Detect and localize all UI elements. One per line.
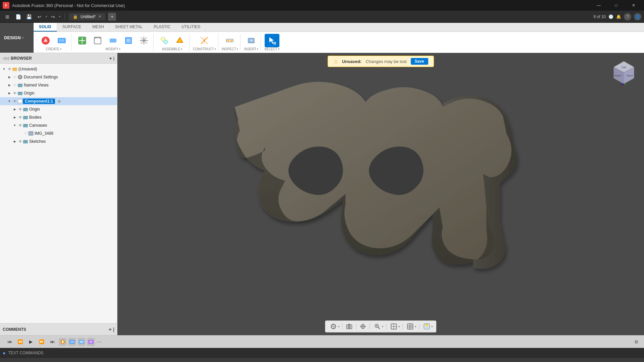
browser-pin-icon[interactable]: ●: [109, 56, 112, 61]
timeline-prev-start[interactable]: ⏮: [5, 338, 13, 346]
tree-arrow-origin-nested[interactable]: ▶: [12, 107, 17, 112]
inspect-btn-1[interactable]: [222, 34, 237, 47]
grid-menu-button[interactable]: ⊞: [3, 12, 12, 21]
ribbon-tab-plastic[interactable]: PLASTIC: [148, 23, 176, 32]
ribbon-tab-solid[interactable]: SOLID: [34, 23, 57, 32]
ribbon-tab-surface[interactable]: SURFACE: [57, 23, 87, 32]
camera-button[interactable]: [344, 322, 354, 331]
doc-tab-close[interactable]: ✕: [98, 14, 101, 19]
env-button[interactable]: ▾: [421, 322, 433, 331]
file-button[interactable]: 📄: [13, 12, 23, 21]
undo-button[interactable]: ↩: [35, 12, 44, 21]
doc-tab-untitled[interactable]: 🔒 Untitled* ✕: [69, 13, 105, 20]
ribbon-tab-mesh[interactable]: MESH: [87, 23, 110, 32]
inspect-group-label[interactable]: INSPECT ▾: [222, 47, 238, 51]
construct-group-label[interactable]: CONSTRUCT ▾: [193, 47, 216, 51]
tree-vis-unsaved[interactable]: 👁: [7, 66, 12, 72]
grid-button[interactable]: ▾: [405, 322, 417, 331]
tree-vis-named-views[interactable]: 👁: [12, 82, 17, 88]
save-button[interactable]: 💾: [24, 12, 34, 21]
tree-arrow-component1[interactable]: ▼: [7, 99, 12, 104]
create-group-label[interactable]: CREATE ▾: [46, 47, 61, 51]
comments-collapse-icon[interactable]: |: [113, 327, 114, 332]
tree-arrow-bodies[interactable]: ▶: [12, 115, 17, 120]
ribbon-tab-sheetmetal[interactable]: SHEET METAL: [110, 23, 148, 32]
timeline-more[interactable]: ⋯: [97, 339, 101, 345]
notifications-icon[interactable]: 🔔: [616, 14, 621, 19]
tree-item-unsaved[interactable]: ▼ 👁 (Unsaved): [0, 65, 117, 73]
clock-icon[interactable]: 🕐: [608, 14, 613, 19]
tree-item-img3489[interactable]: 👁 IMG_3489: [0, 129, 117, 137]
select-group-label[interactable]: SELECT ▾: [264, 47, 279, 51]
tree-item-doc-settings[interactable]: ▶ 👁 Document Settings: [0, 73, 117, 81]
redo-arrow[interactable]: ▾: [59, 15, 60, 18]
timeline-next-end[interactable]: ⏭: [48, 338, 56, 346]
orbit-button[interactable]: ▾: [328, 322, 340, 331]
timeline-icon-4[interactable]: [87, 338, 95, 346]
assemble-btn-2[interactable]: [172, 34, 187, 47]
timeline-next[interactable]: ⏩: [38, 338, 46, 346]
view-cube[interactable]: TOP RIGHT FRONT: [610, 60, 637, 86]
tree-arrow-canvases[interactable]: ▼: [12, 123, 17, 128]
modify-btn-2[interactable]: [90, 34, 105, 47]
construct-btn-1[interactable]: [197, 34, 212, 47]
maximize-button[interactable]: □: [608, 0, 624, 11]
tree-vis-bodies[interactable]: 👁: [17, 115, 23, 120]
modify-btn-5[interactable]: [137, 34, 151, 47]
browser-collapse-icon[interactable]: ◁◁: [3, 56, 9, 61]
tree-vis-sketches[interactable]: 👁: [17, 139, 23, 144]
tree-pin-component1[interactable]: ⊙: [56, 99, 62, 104]
save-button[interactable]: Save: [411, 58, 428, 65]
tree-item-origin-top[interactable]: ▶ 👁 Origin: [0, 89, 117, 97]
timeline-play[interactable]: ▶: [27, 338, 35, 346]
create-btn-2[interactable]: [54, 34, 69, 47]
tree-vis-component1[interactable]: 👁: [12, 99, 17, 104]
tree-vis-canvases[interactable]: 👁: [17, 123, 23, 128]
tree-vis-origin-nested[interactable]: 👁: [17, 107, 23, 112]
tree-item-component1[interactable]: ▼ 👁 Component1:1 ⊙: [0, 97, 117, 105]
tree-item-origin-nested[interactable]: ▶ 👁 Origin: [0, 105, 117, 113]
tree-vis-img3489[interactable]: 👁: [23, 131, 28, 136]
insert-group-label[interactable]: INSERT ▾: [244, 47, 259, 51]
display-button[interactable]: ▾: [388, 322, 400, 331]
account-icon[interactable]: 👤: [634, 13, 641, 20]
modify-btn-1[interactable]: [75, 34, 90, 47]
modify-btn-4[interactable]: [121, 34, 136, 47]
viewport[interactable]: ⚠ Unsaved: Changes may be lost Save: [117, 53, 644, 335]
design-button[interactable]: DESIGN ▾: [0, 23, 34, 53]
browser-expand-icon[interactable]: |: [113, 56, 114, 61]
timeline-icon-3[interactable]: [78, 338, 85, 346]
tree-item-sketches[interactable]: ▶ 👁 Sketches: [0, 137, 117, 145]
pan-button[interactable]: [358, 322, 368, 331]
tree-arrow-named-views[interactable]: ▶: [7, 82, 12, 88]
timeline-icon-1[interactable]: [59, 338, 66, 346]
ribbon-tab-utilities[interactable]: UTILITIES: [176, 23, 206, 32]
undo-arrow[interactable]: ▾: [46, 15, 47, 18]
tree-arrow-unsaved[interactable]: ▼: [1, 66, 7, 72]
modify-btn-3[interactable]: [106, 34, 120, 47]
help-icon[interactable]: ?: [624, 13, 631, 20]
redo-button[interactable]: ↪: [48, 12, 58, 21]
timeline-prev[interactable]: ⏪: [16, 338, 24, 346]
select-btn-1[interactable]: [265, 34, 279, 47]
tree-item-bodies[interactable]: ▶ 👁 Bodies: [0, 113, 117, 121]
zoom-button[interactable]: ▾: [372, 322, 384, 331]
tree-item-named-views[interactable]: ▶ 👁 Named Views: [0, 81, 117, 89]
timeline-icon-2[interactable]: [68, 338, 76, 346]
assemble-btn-1[interactable]: [157, 34, 172, 47]
modify-group-label[interactable]: MODIFY ▾: [106, 47, 121, 51]
tree-item-canvases[interactable]: ▼ 👁 Canvases: [0, 121, 117, 129]
tree-arrow-sketches[interactable]: ▶: [12, 139, 17, 144]
tree-vis-origin-top[interactable]: 👁: [12, 90, 17, 96]
insert-btn-1[interactable]: [244, 34, 259, 47]
assemble-group-label[interactable]: ASSEMBLE ▾: [162, 47, 182, 51]
create-btn-1[interactable]: [38, 34, 53, 47]
new-tab-button[interactable]: +: [108, 13, 116, 21]
tree-vis-doc-settings[interactable]: 👁: [12, 74, 17, 80]
tree-arrow-doc-settings[interactable]: ▶: [7, 74, 12, 80]
comments-add-icon[interactable]: +: [109, 326, 112, 333]
minimize-button[interactable]: —: [591, 0, 606, 11]
close-button[interactable]: ✕: [626, 0, 641, 11]
timeline-settings[interactable]: ⚙: [634, 339, 639, 345]
tree-arrow-origin-top[interactable]: ▶: [7, 90, 12, 96]
